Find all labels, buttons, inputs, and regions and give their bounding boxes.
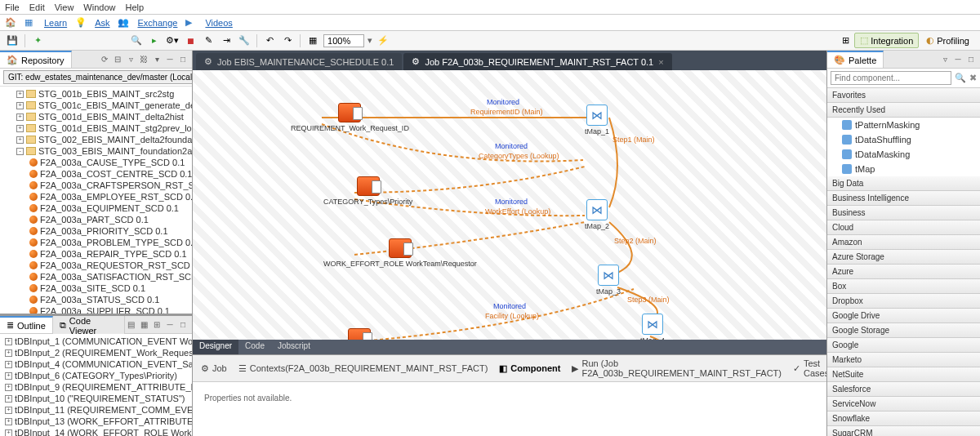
outline-item[interactable]: +tDBInput_14 (WORK_EFFORT_ROLE WorkTeam\… [2, 427, 192, 436]
home-icon[interactable]: 🏠 [5, 17, 16, 29]
tree-item[interactable]: +STG_001b_EBIS_MAINT_src2stg [2, 88, 192, 100]
export-icon[interactable]: ⇥ [219, 33, 234, 48]
link-videos[interactable]: Videos [205, 18, 232, 28]
expand-icon[interactable]: + [5, 361, 12, 368]
editor-tab-0[interactable]: ⚙ Job EBIS_MAINTENANCE_SCHEDULE 0.1 [196, 53, 402, 70]
outline-max-icon[interactable]: □ [177, 319, 189, 331]
tmap-1[interactable]: ⋈ tMap_1 [585, 105, 609, 136]
wand-icon[interactable]: ✦ [30, 33, 45, 48]
tmap-2[interactable]: ⋈ tMap_2 [585, 199, 609, 230]
tree-item[interactable]: F2A_003a_REQUESTOR_RST_SCD 0.1 [2, 260, 192, 271]
pal-cat[interactable]: ServiceNow [827, 397, 980, 412]
link-learn[interactable]: Learn [44, 18, 67, 28]
undo-icon[interactable]: ↶ [262, 33, 277, 48]
tree-item[interactable]: F2A_003a_PROBLEM_TYPE_SCD 0.1 [2, 237, 192, 248]
play-icon[interactable]: ▸ [147, 33, 162, 48]
tmap-4[interactable]: ⋈ tMap_4 [640, 314, 665, 340]
expand-icon[interactable]: + [16, 102, 24, 109]
expand-icon[interactable]: + [16, 91, 24, 98]
people-icon[interactable]: 👥 [118, 17, 129, 29]
expand-icon[interactable]: + [16, 136, 24, 144]
video-icon[interactable]: ▶ [185, 17, 197, 29]
stop-icon[interactable]: ⏹ [183, 33, 198, 48]
perspective-profiling[interactable]: ◐ Profiling [920, 33, 975, 48]
expand-icon[interactable]: + [5, 384, 12, 391]
outline-tree[interactable]: +tDBInput_1 (COMMUNICATION_EVENT Work Re… [0, 334, 192, 436]
expand-icon[interactable]: + [16, 125, 24, 132]
chart-icon[interactable]: ▦ [24, 17, 36, 29]
palette-search-input[interactable] [831, 71, 951, 85]
pal-cat[interactable]: SugarCRM [827, 426, 980, 436]
pal-cat[interactable]: Dropbox [827, 294, 980, 309]
edit-icon[interactable]: ✎ [201, 33, 216, 48]
btab-contexts[interactable]: ☰Contexts(F2A_003b_REQUIREMENT_MAINT_RST… [238, 363, 488, 374]
dtab-jobscript[interactable]: Jobscript [271, 340, 317, 354]
expand-icon[interactable]: + [5, 407, 12, 414]
pal-cat[interactable]: Snowflake [827, 412, 980, 426]
pal-cat[interactable]: Google Drive [827, 309, 980, 323]
tree-item[interactable]: F2A_003a_SITE_SCD 0.1 [2, 283, 192, 294]
tree-item[interactable]: F2A_003a_CAUSE_TYPE_SCD 0.1 [2, 157, 192, 168]
open-perspective-icon[interactable]: ⊞ [838, 33, 853, 48]
expand-icon[interactable]: + [5, 372, 12, 380]
outline-min-icon[interactable]: ─ [164, 319, 176, 331]
tree-item[interactable]: F2A_003a_CRAFTSPERSON_RST_SCD 0.1 [2, 180, 192, 191]
outline-item[interactable]: +tDBInput_13 (WORK_EFFORT_ATTRIBUTE_Part… [2, 416, 192, 427]
expand-icon[interactable]: + [5, 338, 12, 345]
pal-item[interactable]: tPatternMasking [827, 118, 980, 132]
pal-cat[interactable]: NetSuite [827, 367, 980, 382]
link-exchange[interactable]: Exchange [137, 18, 177, 28]
node-requirement[interactable]: REQUIREMENT_Work_Request_ID [291, 103, 409, 132]
pal-cat-favorites[interactable]: Favorites [827, 88, 980, 103]
node-facility[interactable]: FACILITY_Room\Floor\Building\Equipment [289, 328, 429, 340]
minimize-icon[interactable]: ─ [164, 54, 176, 65]
collapse-icon[interactable]: ⊟ [112, 54, 123, 65]
menu-icon[interactable]: ▾ [151, 54, 163, 65]
palette-min-icon[interactable]: ─ [952, 54, 964, 65]
tree-item[interactable]: +STG_002_EBIS_MAINT_delta2foundation [2, 134, 192, 145]
pal-cat[interactable]: Business [827, 206, 980, 220]
close-icon[interactable]: × [658, 57, 663, 67]
tree-item[interactable]: F2A_003a_REPAIR_TYPE_SCD 0.1 [2, 248, 192, 260]
tree-item[interactable]: +STG_001c_EBIS_MAINT_generate_deltas [2, 100, 192, 111]
tree-item[interactable]: +STG_001d_EBIS_MAINT_delta2hist [2, 111, 192, 122]
tree-item[interactable]: F2A_003a_EMPLOYEE_RST_SCD 0.1 [2, 191, 192, 202]
outline-t3-icon[interactable]: ⊞ [151, 319, 163, 331]
dtab-designer[interactable]: Designer [193, 340, 238, 354]
pal-cat[interactable]: Cloud [827, 220, 980, 235]
tree-item[interactable]: F2A_003a_COST_CENTRE_SCD 0.1 [2, 168, 192, 180]
pal-cat[interactable]: Box [827, 279, 980, 294]
btab-testcases[interactable]: ✓Test Cases [793, 358, 826, 378]
pal-cat[interactable]: Azure Storage [827, 250, 980, 265]
zoom-dropdown-icon[interactable]: ▾ [368, 35, 372, 46]
btab-job[interactable]: ⚙Job [201, 363, 227, 374]
filter-icon[interactable]: ▿ [125, 54, 136, 65]
pal-cat[interactable]: Azure [827, 265, 980, 279]
outline-item[interactable]: +tDBInput_9 (REQUIREMENT_ATTRIBUTE_Inter… [2, 381, 192, 393]
tool-icon[interactable]: 🔧 [237, 33, 252, 48]
tab-repository[interactable]: 🏠 Repository [0, 51, 72, 68]
btab-component[interactable]: ◧Component [499, 363, 560, 374]
bulb-icon[interactable]: 💡 [75, 17, 87, 29]
editor-tab-1[interactable]: ⚙ Job F2A_003b_REQUIREMENT_MAINT_RST_FAC… [403, 53, 671, 70]
tab-outline[interactable]: ≣ Outline [0, 316, 53, 333]
menu-edit[interactable]: Edit [29, 2, 45, 12]
outline-t1-icon[interactable]: ▤ [125, 319, 136, 331]
outline-item[interactable]: +tDBInput_4 (COMMUNICATION_EVENT_Satisfa… [2, 358, 192, 370]
tree-item[interactable]: F2A_003a_PRIORITY_SCD 0.1 [2, 225, 192, 237]
outline-t2-icon[interactable]: ▦ [138, 319, 149, 331]
maximize-icon[interactable]: □ [177, 54, 189, 65]
palette-list[interactable]: Favorites Recently Used tPatternMaskingt… [827, 88, 980, 436]
collapse-icon[interactable]: - [16, 148, 24, 155]
outline-item[interactable]: +tDBInput_11 (REQUIREMENT_COMM_EVENT_PMP… [2, 404, 192, 416]
tmap-3[interactable]: ⋈ tMap_3 [596, 265, 621, 296]
pal-cat[interactable]: Google [827, 338, 980, 353]
node-category[interactable]: CATEGORY_Types\Priority [323, 176, 412, 206]
search-icon[interactable]: 🔍 [955, 73, 966, 83]
pal-item[interactable]: tDataShuffling [827, 132, 980, 147]
menu-help[interactable]: Help [125, 2, 144, 12]
outline-item[interactable]: +tDBInput_2 (REQUIREMENT_Work_Request_ID… [2, 347, 192, 358]
expand-icon[interactable]: + [5, 349, 12, 357]
search-icon[interactable]: 🔍 [129, 33, 144, 48]
pal-cat[interactable]: Big Data [827, 176, 980, 191]
